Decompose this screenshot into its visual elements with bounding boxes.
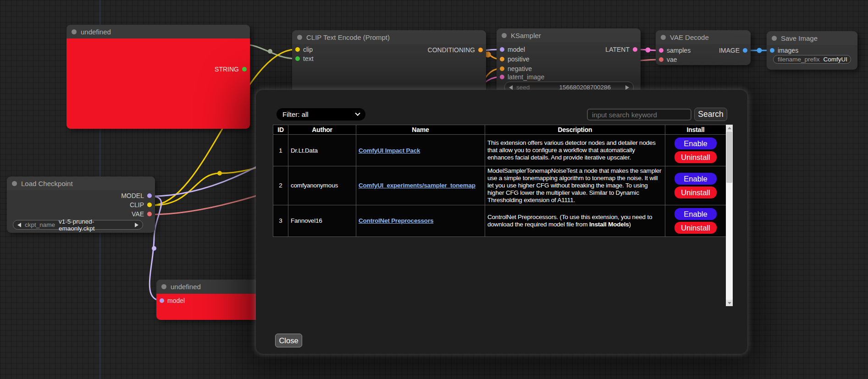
output-dot-model[interactable] (147, 193, 152, 198)
filter-dropdown-label: Filter: all (282, 110, 309, 118)
node-save-image[interactable]: Save Image images filename_prefix ComfyU… (767, 31, 857, 70)
output-slot-vae[interactable]: VAE (132, 210, 152, 218)
cell-author: comfyanonymous (288, 166, 356, 205)
prev-arrow-icon[interactable] (17, 223, 21, 227)
output-dot-clip[interactable] (147, 203, 152, 207)
extension-link[interactable]: ComfyUI Impact Pack (359, 147, 420, 154)
cell-description: This extension offers various detector n… (485, 135, 665, 166)
input-dot-model[interactable] (500, 47, 504, 52)
collapse-dot-icon[interactable] (772, 36, 777, 41)
extension-table-container[interactable]: ID Author Name Description Install 1 Dr.… (273, 125, 733, 306)
enable-button[interactable]: Enable (674, 208, 717, 220)
collapse-dot-icon[interactable] (72, 29, 77, 34)
node-title: Save Image (781, 34, 818, 42)
cell-description: ControlNet Preprocessors. (To use this e… (485, 205, 665, 236)
output-slot-image[interactable]: IMAGE (719, 46, 747, 55)
input-dot-text[interactable] (295, 56, 300, 61)
input-slot-positive[interactable]: positive (500, 55, 529, 63)
table-row: 3 Fannovel16 ControlNet Preprocessors Co… (273, 205, 726, 236)
collapse-dot-icon[interactable] (161, 284, 166, 289)
node-title-bar[interactable]: CLIP Text Encode (Prompt) (292, 30, 486, 44)
input-dot-positive[interactable] (500, 57, 504, 61)
scrollbar-thumb[interactable] (726, 132, 732, 183)
input-slot-negative[interactable]: negative (500, 65, 532, 73)
input-slot-model[interactable]: model (160, 297, 185, 305)
header-name: Name (356, 125, 485, 135)
collapse-dot-icon[interactable] (12, 181, 17, 186)
scroll-down-icon[interactable] (726, 300, 733, 306)
output-dot-conditioning[interactable] (478, 48, 483, 52)
table-scrollbar[interactable] (726, 125, 733, 306)
node-graph-canvas[interactable]: undefined STRING CLIP Text Encode (Promp… (0, 0, 868, 379)
node-title-bar[interactable]: VAE Decode (656, 30, 751, 44)
header-author: Author (288, 125, 356, 135)
node-title-bar[interactable]: undefined (66, 25, 250, 38)
output-slot-model[interactable]: MODEL (121, 192, 152, 200)
output-slot-conditioning[interactable]: CONDITIONING (428, 46, 483, 54)
node-title: Load Checkpoint (21, 180, 73, 187)
input-dot-vae[interactable] (659, 57, 663, 62)
input-dot-clip[interactable] (295, 47, 300, 52)
input-slot-vae[interactable]: vae (659, 55, 677, 64)
collapse-dot-icon[interactable] (661, 35, 666, 40)
enable-button[interactable]: Enable (674, 173, 717, 185)
enable-button[interactable]: Enable (674, 137, 717, 149)
node-vae-decode[interactable]: VAE Decode samples vae IMAGE (656, 30, 751, 65)
widget-value: v1-5-pruned-emaonly.ckpt (59, 218, 127, 232)
node-title-bar[interactable]: Load Checkpoint (7, 176, 155, 190)
input-slot-latent-image[interactable]: latent_image (500, 73, 544, 81)
header-description: Description (485, 125, 665, 135)
input-dot-latent-image[interactable] (500, 75, 504, 79)
extension-link[interactable]: ComfyUI_experiments/sampler_tonemap (359, 182, 475, 189)
input-dot-model[interactable] (160, 298, 164, 303)
output-dot-string[interactable] (242, 67, 247, 71)
node-title: VAE Decode (670, 33, 709, 41)
cell-id: 2 (273, 166, 288, 205)
output-dot-vae[interactable] (147, 212, 152, 216)
output-dot-image[interactable] (743, 48, 747, 53)
input-dot-images[interactable] (770, 48, 774, 53)
output-dot-latent[interactable] (633, 47, 637, 52)
node-undefined-top[interactable]: undefined STRING (66, 25, 250, 129)
scroll-up-icon[interactable] (726, 125, 733, 131)
input-slot-clip[interactable]: clip (295, 45, 313, 54)
collapse-dot-icon[interactable] (502, 33, 507, 38)
header-install: Install (665, 125, 726, 135)
cell-id: 1 (273, 135, 288, 166)
node-load-checkpoint[interactable]: Load Checkpoint MODEL CLIP VAE ckpt_name… (7, 176, 155, 233)
input-dot-negative[interactable] (500, 66, 504, 71)
table-header-row: ID Author Name Description Install (273, 125, 726, 135)
extension-table: ID Author Name Description Install 1 Dr.… (273, 125, 726, 237)
uninstall-button[interactable]: Uninstall (674, 151, 717, 163)
input-slot-model[interactable]: model (500, 45, 525, 54)
output-slot-latent[interactable]: LATENT (605, 45, 637, 54)
cell-description: ModelSamplerTonemapNoiseTest a node that… (485, 166, 665, 205)
uninstall-button[interactable]: Uninstall (674, 187, 717, 198)
extension-link[interactable]: ControlNet Preprocessors (359, 217, 433, 224)
table-row: 1 Dr.Lt.Data ComfyUI Impact Pack This ex… (273, 135, 726, 166)
search-input[interactable] (587, 109, 691, 121)
input-dot-samples[interactable] (659, 48, 663, 53)
output-slot-string[interactable]: STRING (215, 65, 247, 73)
filename-prefix-widget[interactable]: filename_prefix ComfyUI (773, 55, 851, 64)
filter-dropdown[interactable]: Filter: all (276, 108, 365, 121)
close-button[interactable]: Close (275, 334, 302, 347)
increment-arrow-icon[interactable] (625, 85, 629, 90)
collapse-dot-icon[interactable] (297, 35, 302, 40)
node-title: undefined (81, 28, 111, 36)
search-button[interactable]: Search (694, 108, 727, 121)
node-title-bar[interactable]: KSampler (497, 28, 641, 42)
table-row: 2 comfyanonymous ComfyUI_experiments/sam… (273, 166, 726, 205)
next-arrow-icon[interactable] (135, 223, 138, 227)
input-slot-samples[interactable]: samples (659, 46, 691, 55)
output-slot-clip[interactable]: CLIP (130, 201, 152, 209)
error-node-body (66, 38, 250, 129)
node-title: undefined (171, 283, 201, 291)
node-title-bar[interactable]: Save Image (767, 31, 857, 45)
ckpt-name-widget[interactable]: ckpt_name v1-5-pruned-emaonly.ckpt (13, 220, 143, 230)
decrement-arrow-icon[interactable] (509, 85, 513, 90)
input-slot-images[interactable]: images (770, 46, 798, 55)
uninstall-button[interactable]: Uninstall (674, 222, 717, 234)
node-ksampler[interactable]: KSampler model positive negative latent_… (497, 28, 641, 97)
input-slot-text[interactable]: text (295, 55, 314, 63)
